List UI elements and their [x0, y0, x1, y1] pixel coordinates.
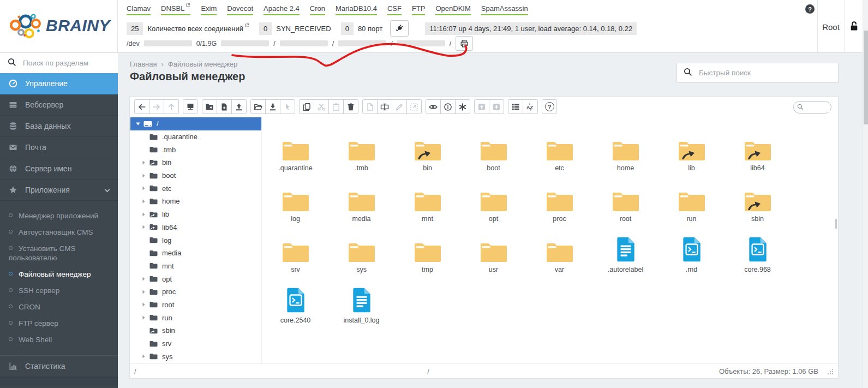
- file-grid-item-mnt[interactable]: mnt: [394, 172, 460, 223]
- file-grid-item-lib[interactable]: lib: [659, 122, 725, 172]
- tree-item-lib64[interactable]: lib64: [130, 221, 262, 234]
- file-grid-item-lib64[interactable]: lib64: [725, 122, 791, 172]
- file-grid-item-var[interactable]: var: [526, 223, 592, 274]
- toolbar-info-button[interactable]: [440, 99, 456, 114]
- sidebar-subitem-cron[interactable]: CRON: [0, 299, 118, 315]
- tree-item-etc[interactable]: etc: [130, 182, 262, 195]
- logout-lock-icon[interactable]: [846, 21, 861, 33]
- file-manager-search-input[interactable]: [806, 103, 830, 112]
- file-grid-item-sbin[interactable]: sbin: [725, 172, 791, 223]
- expander-icon[interactable]: [142, 302, 145, 307]
- file-grid-item-core-968[interactable]: core.968: [725, 223, 791, 274]
- file-grid-item-bin[interactable]: bin: [394, 122, 460, 172]
- tree-item-home[interactable]: home: [130, 195, 262, 208]
- tree-item-bin[interactable]: bin: [130, 156, 262, 169]
- file-grid-item-srv[interactable]: srv: [262, 223, 328, 274]
- tree-item-run[interactable]: run: [130, 311, 262, 324]
- file-grid-item-rnd[interactable]: .rnd: [659, 223, 725, 274]
- file-grid-item-home[interactable]: home: [592, 122, 659, 172]
- sidebar-item-статистика[interactable]: Статистика: [0, 356, 118, 377]
- sidebar-search[interactable]: [0, 53, 118, 73]
- file-grid-item-tmp[interactable]: tmp: [394, 223, 460, 274]
- tree-item-root[interactable]: root: [130, 299, 262, 312]
- sidebar-item-вебсервер[interactable]: Вебсервер: [0, 94, 118, 116]
- brainy-logo[interactable]: BRAINY: [9, 11, 110, 40]
- sidebar-subitem-файловый-менеджер[interactable]: Файловый менеджер: [0, 266, 118, 282]
- toolbar-upload-button[interactable]: [231, 99, 247, 114]
- sidebar-search-input[interactable]: [22, 58, 109, 68]
- service-link-mariadb10-4[interactable]: MariaDB10.4: [336, 4, 377, 15]
- file-grid-item-boot[interactable]: boot: [460, 122, 526, 172]
- toolbar-open-button[interactable]: [250, 99, 266, 114]
- toolbar-copy-button[interactable]: [299, 99, 314, 114]
- service-link-exim[interactable]: Exim: [201, 4, 217, 15]
- tree-item-sbin[interactable]: sbin: [130, 324, 262, 337]
- tree-item-log[interactable]: log: [130, 234, 262, 247]
- sidebar-item-почта[interactable]: Почта: [0, 137, 118, 158]
- file-grid-item-opt[interactable]: opt: [460, 172, 526, 223]
- tree-item-media[interactable]: media: [130, 247, 262, 260]
- file-grid-item-run[interactable]: run: [659, 172, 725, 223]
- tree-item-lib[interactable]: lib: [130, 208, 262, 221]
- toolbar-help-button[interactable]: ?: [542, 99, 557, 114]
- header-help-icon[interactable]: ?: [805, 4, 815, 14]
- expander-icon[interactable]: [142, 315, 145, 320]
- file-grid-item-media[interactable]: media: [328, 172, 394, 223]
- file-grid-item-proc[interactable]: proc: [526, 172, 592, 223]
- toolbar-permissions-button[interactable]: [455, 99, 470, 114]
- file-grid-item-log[interactable]: log: [262, 172, 328, 223]
- expander-icon[interactable]: [142, 186, 145, 190]
- expander-icon[interactable]: [142, 225, 145, 229]
- tree-item-opt[interactable]: opt: [130, 272, 262, 285]
- service-link-dnsbl[interactable]: DNSBL: [161, 4, 190, 15]
- sidebar-item-база-данных[interactable]: База данных: [0, 116, 118, 137]
- file-grid-item-etc[interactable]: etc: [526, 122, 592, 172]
- expander-icon[interactable]: [142, 354, 145, 359]
- file-grid-item-usr[interactable]: usr: [460, 223, 526, 274]
- toolbar-preview-button[interactable]: [426, 99, 441, 114]
- file-grid-item-root[interactable]: root: [592, 172, 659, 223]
- service-link-opendkim[interactable]: OpenDKIM: [435, 4, 470, 15]
- tree-scrollbar[interactable]: [835, 219, 837, 229]
- sidebar-item-сервер-имен[interactable]: Сервер имен: [0, 158, 118, 180]
- file-grid-item-quarantine[interactable]: .quarantine: [262, 122, 328, 172]
- file-grid-item-sys[interactable]: sys: [328, 223, 394, 274]
- sidebar-item-приложения[interactable]: Приложения: [0, 180, 118, 201]
- user-menu[interactable]: Root: [817, 22, 845, 32]
- tree-item-boot[interactable]: boot: [130, 169, 262, 182]
- tree-item-tmb[interactable]: .tmb: [130, 143, 262, 156]
- page-scrollbar-thumb[interactable]: [864, 31, 868, 124]
- expander-icon[interactable]: [142, 199, 145, 204]
- counter-label[interactable]: Количество всех соединений: [147, 25, 249, 33]
- expander-icon[interactable]: [142, 160, 145, 165]
- sidebar-subitem-установить-cms-пользователю[interactable]: Установить CMS пользователю: [0, 240, 118, 266]
- breadcrumb-item-главная[interactable]: Главная: [130, 60, 157, 68]
- file-grid-item-install-0-log[interactable]: install_0.log: [328, 274, 394, 325]
- toolbar-network-places-button[interactable]: [183, 99, 198, 114]
- service-link-csf[interactable]: CSF: [387, 4, 402, 15]
- page-scrollbar[interactable]: [863, 0, 868, 388]
- service-link-dovecot[interactable]: Dovecot: [227, 4, 253, 15]
- quick-search-box[interactable]: [677, 63, 839, 83]
- tree-item-sys[interactable]: sys: [130, 350, 262, 363]
- resize-grip[interactable]: [827, 368, 834, 377]
- tree-item-proc[interactable]: proc: [130, 285, 262, 299]
- tree-item-quarantine[interactable]: .quarantine: [130, 130, 262, 144]
- sidebar-item-управление[interactable]: Управление: [0, 73, 118, 94]
- sidebar-subitem-ftp-сервер[interactable]: FTP сервер: [0, 315, 118, 331]
- service-link-apache-2-4[interactable]: Apache 2.4: [264, 4, 300, 15]
- disk-report-button[interactable]: [456, 36, 473, 51]
- sidebar-subitem-менеджер-приложений[interactable]: Менеджер приложений: [0, 207, 118, 224]
- toolbar-new-file-button[interactable]: [217, 99, 232, 114]
- file-grid-item-tmb[interactable]: .tmb: [328, 122, 394, 172]
- sidebar-subitem-ssh-сервер[interactable]: SSH сервер: [0, 282, 118, 299]
- expander-icon[interactable]: [142, 174, 145, 178]
- file-grid-item-autorelabel[interactable]: .autorelabel: [592, 223, 659, 274]
- service-link-cron[interactable]: Cron: [310, 4, 325, 15]
- file-grid-item-core-2540[interactable]: core.2540: [262, 274, 328, 325]
- toolbar-view-list-button[interactable]: [508, 99, 523, 114]
- connections-plug-button[interactable]: [390, 20, 409, 37]
- tree-item-item[interactable]: /: [130, 117, 262, 130]
- service-link-ftp[interactable]: FTP: [412, 4, 426, 15]
- toolbar-back-button[interactable]: [134, 99, 149, 114]
